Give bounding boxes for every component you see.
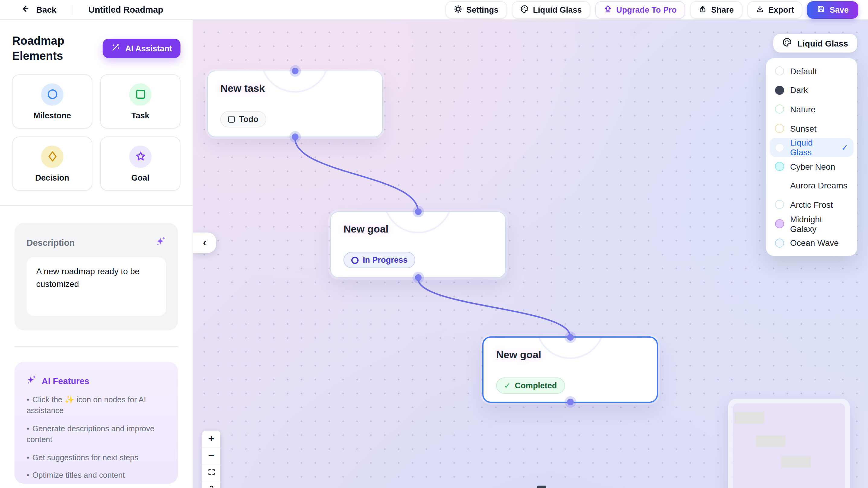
status-badge-in-progress[interactable]: In Progress [343,252,415,268]
element-card-task[interactable]: Task [100,74,181,128]
theme-option-aurora-dreams[interactable]: Aurora Dreams [770,176,854,195]
lock-button[interactable] [202,481,220,488]
theme-swatch-icon [775,67,784,76]
theme-swatch-icon [775,105,784,114]
minimap-viewport [733,403,845,488]
minus-icon: − [208,450,214,462]
save-icon [817,4,826,15]
theme-swatch-icon [775,143,784,152]
description-input[interactable]: A new roadmap ready to be customized [27,257,166,316]
save-button[interactable]: Save [807,1,858,19]
element-card-goal[interactable]: Goal [100,137,181,191]
node-new-goal-progress[interactable]: New goal In Progress [330,211,506,278]
status-badge-todo[interactable]: Todo [220,111,266,127]
node-handle-bottom[interactable] [415,274,421,281]
node-handle-top[interactable] [567,334,574,341]
minimap-node [756,435,785,447]
flow-canvas[interactable]: New task Todo New goal In Progress New g… [193,20,868,488]
sidebar-collapse-button[interactable]: ‹ [193,232,216,253]
theme-option-arctic-frost[interactable]: Arctic Frost [770,195,854,214]
element-card-milestone[interactable]: Milestone [12,74,92,128]
ai-features-title: AI Features [42,376,89,385]
sidebar: Roadmap Elements AI Assistant Milestone … [0,20,193,488]
theme-option-midnight-galaxy[interactable]: Midnight Galaxy [770,214,854,233]
upgrade-arrow-icon [603,4,612,15]
theme-option-liquid-glass[interactable]: Liquid Glass✓ [770,138,854,157]
fit-view-button[interactable] [202,464,220,481]
list-item: •Get suggestions for next steps [27,452,166,463]
theme-swatch-icon [775,162,784,171]
ai-assistant-button[interactable]: AI Assistant [103,39,181,58]
theme-option-nature[interactable]: Nature [770,99,854,119]
list-item: •Click the ✨ icon on nodes for AI assist… [27,394,166,417]
ai-features-panel: AI Features •Click the ✨ icon on nodes f… [14,362,178,484]
zoom-in-button[interactable]: + [202,431,220,448]
checkbox-square-icon [228,116,235,123]
palette-icon [520,4,529,15]
back-button[interactable]: Back [21,4,56,15]
theme-option-sunset[interactable]: Sunset [770,119,854,138]
check-icon: ✓ [841,143,848,152]
header-bar: Back Untitled Roadmap Settings Liquid Gl… [0,0,868,20]
node-new-goal-completed[interactable]: New goal ✓ Completed [482,336,658,403]
arrow-left-icon [21,4,30,15]
theme-option-dark[interactable]: Dark [770,81,854,99]
magic-wand-icon [112,43,120,54]
list-item: •Generate descriptions and improve conte… [27,423,166,446]
theme-selector-trigger[interactable]: Liquid Glass [773,34,857,53]
sparkles-icon[interactable] [156,236,166,249]
page-title: Untitled Roadmap [88,5,163,15]
status-badge-completed[interactable]: ✓ Completed [496,377,565,394]
theme-button[interactable]: Liquid Glass [512,1,590,19]
minimap-node [781,456,811,467]
theme-dropdown: Default Dark Nature Sunset Liquid Glass✓… [766,58,857,256]
minimap[interactable] [728,399,850,488]
plus-icon: + [208,433,214,445]
theme-swatch-icon [775,181,784,190]
list-item: •Optimize titles and content [27,470,166,481]
node-handle-bottom[interactable] [567,399,574,405]
node-new-task[interactable]: New task Todo [207,71,383,137]
element-palette: Milestone Task Decision Goal [12,74,181,191]
element-card-decision[interactable]: Decision [12,137,92,191]
back-label: Back [36,5,56,15]
node-title: New goal [496,349,644,361]
node-handle-top[interactable] [291,68,298,74]
palette-icon [782,37,792,49]
sparkle-emoji-icon: ✨ [65,395,74,404]
fit-view-icon [207,466,215,479]
theme-swatch-icon [775,200,784,209]
download-icon [755,4,764,15]
upgrade-to-pro-button[interactable]: Upgrade To Pro [595,1,685,19]
settings-button[interactable]: Settings [445,1,507,19]
edge-goal-to-goal[interactable] [418,279,570,336]
share-button[interactable]: Share [690,1,742,19]
header-divider [72,4,73,15]
minimap-node [735,412,764,423]
attribution-mark [537,486,546,488]
share-icon [699,4,707,15]
zoom-out-button[interactable]: − [202,448,220,464]
description-label: Description [27,238,75,247]
task-square-icon [129,83,152,106]
theme-option-ocean-wave[interactable]: Ocean Wave [770,233,854,253]
goal-star-icon [129,145,152,168]
node-title: New task [220,83,369,95]
check-icon: ✓ [504,381,511,390]
sparkles-icon [27,375,36,386]
sidebar-title: Roadmap Elements [12,33,64,63]
theme-swatch-icon [775,219,784,228]
chevron-left-icon: ‹ [203,237,206,249]
theme-swatch-icon [775,86,784,95]
milestone-circle-icon [41,83,63,106]
node-handle-top[interactable] [415,208,421,215]
theme-option-cyber-neon[interactable]: Cyber Neon [770,157,854,176]
canvas-controls: + − [202,431,220,488]
theme-option-default[interactable]: Default [770,62,854,81]
export-button[interactable]: Export [747,1,803,19]
theme-swatch-icon [775,124,784,133]
edge-task-to-goal[interactable] [295,138,418,211]
progress-circle-icon [351,256,359,264]
node-handle-bottom[interactable] [291,134,298,140]
theme-trigger-label: Liquid Glass [797,38,848,48]
